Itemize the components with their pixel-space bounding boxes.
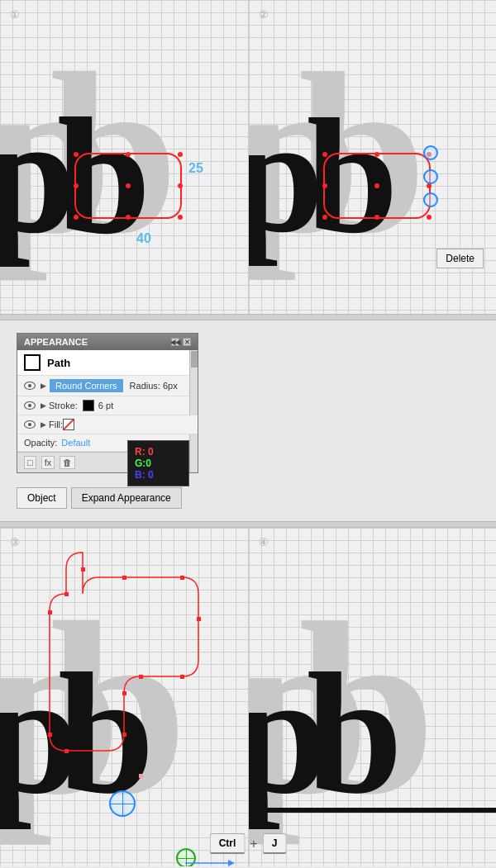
fill-swatch[interactable] (63, 419, 74, 430)
path-label: Path (47, 357, 70, 369)
panel-scrollbar[interactable] (189, 350, 198, 472)
panel-2-red-rect (323, 153, 431, 219)
round-corners-row: ▶ Round Corners Radius: 6px (17, 376, 198, 396)
panel-2-rect-container (323, 153, 431, 219)
object-button[interactable]: Object (17, 487, 67, 509)
bottom-line (249, 808, 496, 813)
expand-arrow: ▶ (41, 382, 46, 390)
panel-2-center-dot (374, 183, 379, 188)
appearance-body: Path ▶ Round Corners Radius: 6px ▶ (17, 350, 198, 472)
corner-dot-mr (178, 183, 183, 188)
shortcut-plus-sign: + (250, 837, 257, 851)
panel-2-number: ② (259, 8, 269, 21)
stroke-row: ▶ Stroke: 6 pt (17, 396, 198, 415)
stroke-expand-arrow: ▶ (41, 401, 46, 410)
action-buttons: Object Expand Appearance (17, 487, 182, 509)
crosshair-circle[interactable] (109, 790, 136, 817)
appearance-header: APPEARANCE ◀◀ ✕ (17, 334, 198, 350)
separator-2 (0, 521, 496, 528)
shortcut-j-key: J (263, 833, 287, 854)
p2-corner-ml (322, 183, 327, 188)
corner-dot-tr (178, 152, 183, 157)
blue-handle-mr[interactable] (423, 169, 438, 184)
fill-expand-arrow: ▶ (41, 420, 46, 429)
rgb-b-value: B: 0 (135, 469, 182, 481)
rgb-r-value: R: 0 (135, 446, 182, 458)
shortcut-bar: Ctrl + J (210, 833, 287, 854)
svg-rect-16 (180, 675, 184, 679)
red-center-dot (126, 183, 131, 188)
eye-pupil-stroke (28, 404, 31, 407)
appearance-title: APPEARANCE (24, 337, 88, 347)
fill-label: Fill: (49, 420, 63, 429)
rgb-g-value: G:0 (135, 458, 182, 469)
red-rect (74, 153, 182, 219)
eye-pupil-fill (28, 423, 31, 426)
stroke-value: 6 pt (98, 401, 113, 410)
svg-rect-17 (139, 675, 143, 679)
svg-rect-22 (48, 610, 52, 614)
panel-4-bg-letters: p b p b (249, 528, 496, 866)
svg-text:b: b (307, 638, 403, 829)
p2-corner-br (427, 215, 432, 220)
corner-dot-br (178, 215, 183, 220)
svg-rect-23 (64, 592, 69, 596)
p2-corner-bm (374, 215, 379, 220)
corner-dot-bm (126, 215, 131, 220)
panel-controls: ◀◀ ✕ (171, 338, 191, 346)
shortcut-ctrl-key: Ctrl (210, 833, 246, 854)
eye-icon-fill[interactable] (24, 420, 36, 429)
arrow-line (185, 858, 235, 866)
panel-4: ④ p b p b (248, 528, 496, 866)
panel-1: ① p b p b (0, 0, 248, 314)
panel-close-button[interactable]: ✕ (183, 338, 191, 346)
path-icon (24, 354, 41, 371)
svg-rect-20 (64, 749, 69, 753)
svg-rect-24 (139, 774, 143, 778)
fx-button[interactable]: fx (41, 456, 55, 469)
scroll-thumb (191, 351, 198, 368)
svg-rect-14 (180, 576, 184, 580)
red-rect-container (74, 153, 182, 219)
delete-item-button[interactable]: 🗑 (60, 456, 75, 469)
corner-dot-bl (74, 215, 79, 220)
opacity-value: Default (61, 438, 90, 448)
corner-dot-tl (74, 152, 79, 157)
opacity-label: Opacity: (24, 438, 57, 448)
corner-dot-tm (126, 152, 131, 157)
p2-corner-tl (322, 152, 327, 157)
round-corners-button[interactable]: Round Corners (50, 379, 123, 392)
svg-rect-21 (48, 733, 52, 737)
stroke-label: Stroke: (49, 401, 78, 410)
middle-section: APPEARANCE ◀◀ ✕ Path ▶ Round Co (0, 320, 496, 521)
dimension-height: 40 (136, 231, 151, 246)
eye-icon-stroke[interactable] (24, 401, 36, 410)
rgb-overlay: R: 0 G:0 B: 0 (127, 440, 189, 486)
stroke-swatch[interactable] (83, 400, 94, 411)
dimension-width: 25 (188, 161, 203, 176)
panel-1-number: ① (10, 8, 20, 21)
expand-appearance-button[interactable]: Expand Appearance (71, 487, 182, 509)
eye-pupil (28, 384, 31, 387)
appearance-panel: APPEARANCE ◀◀ ✕ Path ▶ Round Co (17, 333, 198, 473)
svg-rect-15 (197, 617, 201, 621)
separator-1 (0, 314, 496, 320)
p2-corner-bl (322, 215, 327, 220)
path-row: Path (17, 350, 198, 376)
blue-handle-br[interactable] (423, 192, 438, 207)
radius-label: Radius: 6px (130, 381, 178, 391)
p2-corner-tm (374, 152, 379, 157)
eye-icon-round-corners[interactable] (24, 382, 36, 390)
delete-button[interactable]: Delete (436, 249, 484, 268)
panel-2: ② p b p b Delete (248, 0, 496, 314)
svg-rect-12 (81, 567, 85, 572)
svg-marker-26 (228, 860, 235, 866)
fill-row: ▶ Fill: R: 0 G:0 B: 0 (17, 415, 198, 434)
new-item-button[interactable]: □ (24, 456, 36, 469)
bottom-section: ③ p b p b (0, 528, 496, 866)
blue-handle-tr[interactable] (423, 145, 438, 160)
panel-collapse-button[interactable]: ◀◀ (171, 338, 179, 346)
panel-4-number: ④ (259, 536, 269, 548)
panel-3: ③ p b p b (0, 528, 248, 866)
svg-rect-13 (122, 576, 126, 580)
